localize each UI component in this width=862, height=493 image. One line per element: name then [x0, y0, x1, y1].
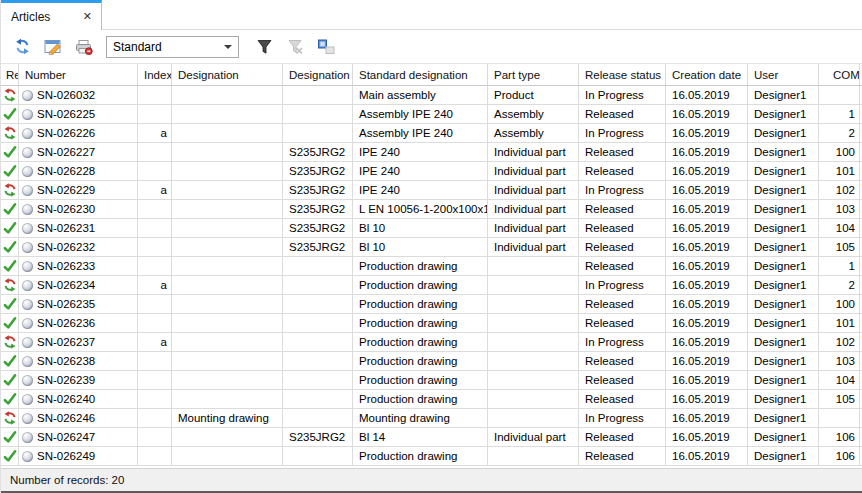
table-row[interactable]: SN-026232S235JRG2Bl 10Individual partRel…	[1, 238, 862, 257]
article-number: SN-026226	[37, 127, 95, 139]
cell-part_type: Individual part	[488, 143, 579, 161]
table-row[interactable]: SN-026236Production drawingReleased16.05…	[1, 314, 862, 333]
column-header-com[interactable]: COM	[819, 64, 860, 85]
close-icon[interactable]: ✕	[83, 11, 92, 22]
cell-com: 105	[819, 390, 860, 408]
article-icon	[22, 128, 33, 139]
table-row[interactable]: SN-026249Production drawingReleased16.05…	[1, 447, 862, 466]
column-header-designation2[interactable]: Designation	[283, 64, 353, 85]
status-bar: Number of records: 20	[1, 468, 862, 493]
table-row[interactable]: SN-026229aS235JRG2IPE 240Individual part…	[1, 181, 862, 200]
released-status-cell	[1, 238, 19, 256]
column-header-standard_designation[interactable]: Standard designation	[353, 64, 488, 85]
clear-filter-button[interactable]	[282, 35, 308, 59]
edit-result-list-button[interactable]	[40, 35, 66, 59]
cell-standard_designation: Production drawing	[353, 352, 488, 370]
cell-user: Designer1	[748, 105, 819, 123]
cell-com: 104	[819, 219, 860, 237]
table-row[interactable]: SN-026237aProduction drawingIn Progress1…	[1, 333, 862, 352]
chevron-down-icon	[224, 45, 232, 49]
table-row[interactable]: SN-026240Production drawingReleased16.05…	[1, 390, 862, 409]
cell-standard_designation: Bl 10	[353, 219, 488, 237]
column-header-index[interactable]: Index	[138, 64, 172, 85]
print-button[interactable]	[71, 35, 97, 59]
cell-index: a	[138, 181, 172, 199]
column-header-user[interactable]: User	[748, 64, 819, 85]
table-row[interactable]: SN-026231S235JRG2Bl 10Individual partRel…	[1, 219, 862, 238]
released-check-icon	[3, 392, 17, 406]
cell-creation_date: 16.05.2019	[666, 371, 748, 389]
article-icon	[22, 166, 33, 177]
articles-window: Articles ✕	[0, 0, 862, 493]
cell-index	[138, 409, 172, 427]
article-number: SN-026229	[37, 184, 95, 196]
refresh-button[interactable]	[9, 35, 35, 59]
link-document-button[interactable]	[313, 35, 339, 59]
cell-part_type	[488, 314, 579, 332]
table-row[interactable]: SN-026032Main assemblyProductIn Progress…	[1, 86, 862, 105]
cell-creation_date: 16.05.2019	[666, 447, 748, 465]
cell-creation_date: 16.05.2019	[666, 219, 748, 237]
table-row[interactable]: SN-026226aAssembly IPE 240AssemblyIn Pro…	[1, 124, 862, 143]
cell-standard_designation: Production drawing	[353, 447, 488, 465]
cell-number: SN-026228	[19, 162, 138, 180]
cell-user: Designer1	[748, 181, 819, 199]
article-icon	[22, 90, 33, 101]
cell-index	[138, 447, 172, 465]
column-header-part_type[interactable]: Part type	[488, 64, 579, 85]
cell-user: Designer1	[748, 447, 819, 465]
table-row[interactable]: SN-026239Production drawingReleased16.05…	[1, 371, 862, 390]
column-header-release[interactable]: Re	[1, 64, 19, 85]
cell-com: 102	[819, 181, 860, 199]
filter-icon	[256, 39, 273, 55]
article-icon	[22, 375, 33, 386]
table-row[interactable]: SN-026235Production drawingReleased16.05…	[1, 295, 862, 314]
table-row[interactable]: SN-026247S235JRG2Bl 14Individual partRel…	[1, 428, 862, 447]
cell-part_type: Assembly	[488, 105, 579, 123]
cell-index	[138, 390, 172, 408]
table-row[interactable]: SN-026225Assembly IPE 240AssemblyRelease…	[1, 105, 862, 124]
column-header-release_status[interactable]: Release status	[579, 64, 666, 85]
tab-articles[interactable]: Articles ✕	[1, 0, 102, 30]
released-check-icon	[3, 107, 17, 121]
table-row[interactable]: SN-026228S235JRG2IPE 240Individual partR…	[1, 162, 862, 181]
cell-standard_designation: IPE 240	[353, 143, 488, 161]
cell-release_status: Released	[579, 257, 666, 275]
cell-designation	[172, 447, 283, 465]
cell-standard_designation: Assembly IPE 240	[353, 105, 488, 123]
column-header-number[interactable]: Number	[19, 64, 138, 85]
cell-release_status: In Progress	[579, 333, 666, 351]
table-row[interactable]: SN-026238Production drawingReleased16.05…	[1, 352, 862, 371]
print-icon	[75, 39, 93, 55]
cell-standard_designation: Production drawing	[353, 314, 488, 332]
article-icon	[22, 280, 33, 291]
column-header-designation[interactable]: Designation	[172, 64, 283, 85]
cell-standard_designation: Production drawing	[353, 371, 488, 389]
released-check-icon	[3, 259, 17, 273]
cell-number: SN-026236	[19, 314, 138, 332]
result-list-select[interactable]: Standard	[106, 36, 239, 58]
released-status-cell	[1, 219, 19, 237]
cell-user: Designer1	[748, 143, 819, 161]
cell-release_status: In Progress	[579, 181, 666, 199]
table-row[interactable]: SN-026233Production drawingReleased16.05…	[1, 257, 862, 276]
released-check-icon	[3, 373, 17, 387]
cell-index	[138, 371, 172, 389]
tab-title: Articles	[11, 10, 50, 24]
article-number: SN-026235	[37, 298, 95, 310]
cell-designation2	[283, 276, 353, 294]
cell-standard_designation: Production drawing	[353, 257, 488, 275]
table-row[interactable]: SN-026246Mounting drawingMounting drawin…	[1, 409, 862, 428]
table-row[interactable]: SN-026234aProduction drawingIn Progress1…	[1, 276, 862, 295]
cell-part_type	[488, 390, 579, 408]
in-progress-icon	[3, 183, 17, 197]
cell-designation2: S235JRG2	[283, 143, 353, 161]
filter-button[interactable]	[251, 35, 277, 59]
table-row[interactable]: SN-026227S235JRG2IPE 240Individual partR…	[1, 143, 862, 162]
cell-part_type: Individual part	[488, 200, 579, 218]
table-row[interactable]: SN-026230S235JRG2L EN 10056-1-200x100x12…	[1, 200, 862, 219]
released-status-cell	[1, 143, 19, 161]
column-header-creation_date[interactable]: Creation date	[666, 64, 748, 85]
article-icon	[22, 394, 33, 405]
article-number: SN-026249	[37, 450, 95, 462]
